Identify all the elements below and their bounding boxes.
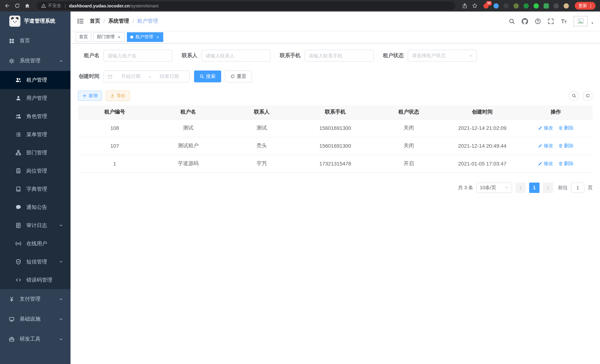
user-icon [15, 95, 21, 101]
sidebar-item-1[interactable]: 首页 [0, 31, 71, 51]
home-icon[interactable] [25, 3, 30, 9]
font-size-icon[interactable] [561, 18, 567, 24]
delete-link-label: 删除 [564, 160, 574, 167]
address-bar[interactable]: 不安全 dashboard.yudao.iocoder.cn/system/te… [37, 1, 455, 10]
tab-1[interactable]: 首页 [76, 32, 91, 42]
extension-icon[interactable] [524, 3, 529, 8]
cell-name: 芋道源码 [151, 155, 225, 173]
page-number-1[interactable]: 1 [529, 182, 540, 193]
breadcrumb-item[interactable]: 首页 [90, 18, 100, 25]
bookmark-star-icon[interactable] [472, 3, 478, 9]
sidebar-item-label: 首页 [20, 37, 30, 44]
page-size-select[interactable]: 10条/页 [477, 182, 512, 193]
breadcrumb-item[interactable]: 系统管理 [108, 18, 129, 25]
help-icon[interactable] [535, 18, 541, 24]
delete-link[interactable]: 删除 [558, 142, 574, 149]
reload-icon[interactable] [14, 3, 20, 9]
tenant-name-field[interactable] [108, 53, 169, 58]
chrome-update-button[interactable]: 更新 [575, 2, 596, 10]
phone-field[interactable] [309, 53, 370, 58]
extension-icon[interactable] [514, 3, 519, 8]
sidebar-item-4[interactable]: 用户管理 [0, 89, 71, 107]
refresh-table-button[interactable] [582, 91, 593, 101]
prev-page-button[interactable] [516, 182, 526, 193]
code-icon [15, 277, 21, 283]
status-select[interactable]: 请选择租户状态 [408, 50, 477, 62]
create-time-filter: 创建时间 开始日期 - 结束日期 [78, 71, 190, 82]
tab-3[interactable]: 租户管理 [127, 32, 163, 42]
kebab-menu-icon[interactable] [589, 3, 593, 8]
tab-2[interactable]: 部门管理 [94, 32, 125, 42]
extension-icon[interactable] [494, 3, 499, 8]
search-button[interactable]: 搜索 [194, 71, 221, 82]
toggle-search-button[interactable] [569, 91, 579, 101]
cell-status: 关闭 [372, 137, 445, 155]
sidebar-item-9[interactable]: 字典管理 [0, 180, 71, 198]
tenant-name-input[interactable] [103, 50, 173, 62]
sidebar-item-3[interactable]: 租户管理 [0, 71, 71, 89]
extension-icon[interactable] [544, 3, 549, 8]
contact-input[interactable] [201, 50, 271, 62]
close-icon[interactable] [155, 35, 160, 39]
add-button[interactable]: 新增 [78, 91, 102, 101]
table-row: 107测试租户秃头15601691300关闭2021-12-14 20:49:4… [78, 137, 593, 155]
chevron-down-icon [505, 186, 509, 190]
avatar[interactable] [574, 16, 588, 26]
fullscreen-icon[interactable] [548, 18, 554, 24]
url-path: /system/tenant [130, 3, 159, 8]
shield-icon [15, 259, 21, 265]
extension-icon[interactable] [564, 3, 569, 8]
close-icon[interactable] [117, 35, 121, 39]
contact-field[interactable] [206, 53, 266, 58]
sidebar-item-11[interactable]: 审计日志 [0, 216, 71, 234]
sidebar-item-5[interactable]: 角色管理 [0, 107, 71, 125]
extension-icon[interactable] [534, 3, 539, 8]
back-icon[interactable] [4, 3, 10, 9]
filter-row-2: 创建时间 开始日期 - 结束日期 [78, 71, 593, 82]
warning-icon [41, 3, 46, 8]
edit-link[interactable]: 修改 [538, 160, 553, 167]
sidebar-item-10[interactable]: 通知公告 [0, 198, 71, 216]
contact-label: 联系人 [182, 52, 197, 59]
sidebar-item-17[interactable]: 研发工具 [0, 329, 71, 349]
hamburger-icon[interactable] [76, 18, 88, 25]
next-page-button[interactable] [543, 182, 553, 193]
breadcrumb: 首页/系统管理/租户管理 [90, 18, 158, 25]
sidebar-item-label: 菜单管理 [26, 131, 47, 138]
security-status[interactable]: 不安全 [41, 3, 61, 9]
sidebar-item-7[interactable]: 部门管理 [0, 144, 71, 162]
sidebar-item-16[interactable]: 基础设施 [0, 309, 71, 329]
sidebar-item-label: 错误码管理 [26, 277, 52, 283]
sidebar-item-6[interactable]: 菜单管理 [0, 125, 71, 144]
edit-link[interactable]: 修改 [538, 125, 553, 131]
extension-icon[interactable] [504, 3, 509, 8]
reset-button[interactable]: 重置 [225, 71, 252, 82]
sidebar-item-2[interactable]: 系统管理 [0, 51, 71, 71]
export-button[interactable]: 导出 [106, 91, 130, 101]
table-toolbar: 新增 导出 [78, 91, 593, 101]
edit-link[interactable]: 修改 [538, 142, 553, 149]
cell-phone: 15601691300 [299, 119, 372, 137]
tab-label: 租户管理 [135, 34, 153, 40]
sidebar-item-15[interactable]: 支付管理 [0, 289, 71, 309]
extension-icon[interactable] [554, 3, 559, 8]
search-icon[interactable] [509, 18, 515, 24]
github-icon[interactable] [522, 18, 528, 24]
sidebar-item-13[interactable]: 短信管理 [0, 253, 71, 271]
sidebar-item-label: 支付管理 [20, 296, 40, 302]
date-range-picker[interactable]: 开始日期 - 结束日期 [103, 71, 190, 82]
logo[interactable]: 芋道管理系统 [0, 11, 71, 31]
plus-icon [82, 93, 87, 98]
share-icon[interactable] [462, 3, 468, 9]
delete-link[interactable]: 删除 [558, 125, 574, 131]
export-button-label: 导出 [116, 93, 125, 99]
delete-link[interactable]: 删除 [558, 160, 574, 167]
sidebar-item-12[interactable]: 在线用户 [0, 234, 71, 253]
phone-input[interactable] [305, 50, 374, 62]
logo-avatar [9, 16, 20, 27]
sidebar-item-14[interactable]: 错误码管理 [0, 271, 71, 289]
extension-icon[interactable]: 10 [484, 3, 489, 8]
goto-page-input[interactable] [571, 182, 584, 193]
sidebar: 芋道管理系统 首页系统管理租户管理用户管理角色管理菜单管理部门管理岗位管理字典管… [0, 11, 71, 364]
sidebar-item-8[interactable]: 岗位管理 [0, 162, 71, 180]
